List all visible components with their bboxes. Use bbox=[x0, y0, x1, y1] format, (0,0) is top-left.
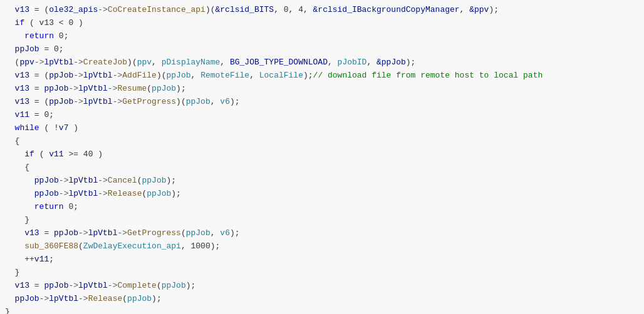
code-token: ppJob bbox=[49, 96, 73, 109]
code-token: -> bbox=[78, 227, 88, 240]
code-line: ppJob->lpVtbl->Release(ppJob); bbox=[0, 188, 644, 201]
code-token: -> bbox=[68, 83, 78, 96]
code-token: ppv bbox=[137, 56, 152, 69]
code-token: = bbox=[29, 280, 44, 293]
code-token: , bbox=[328, 56, 338, 69]
code-indent bbox=[5, 109, 15, 122]
code-token: } bbox=[24, 214, 29, 227]
code-token: Release bbox=[108, 188, 142, 201]
code-token: ppJob bbox=[127, 293, 152, 306]
code-line: } bbox=[0, 214, 644, 227]
code-token: ppJob bbox=[54, 227, 78, 240]
code-token: -> bbox=[59, 175, 69, 188]
code-token: ); bbox=[303, 69, 313, 83]
code-token: ppJob bbox=[44, 83, 68, 96]
code-token: , 1000); bbox=[181, 240, 220, 253]
code-token: ( bbox=[15, 56, 20, 69]
code-token: ppJob bbox=[186, 227, 210, 240]
code-token: &rclsid_BITS bbox=[216, 4, 274, 17]
code-token: , bbox=[191, 69, 201, 83]
code-indent bbox=[5, 122, 15, 135]
code-indent bbox=[5, 69, 15, 83]
code-token: ppJob bbox=[44, 280, 68, 293]
code-token: pJobID bbox=[338, 56, 367, 69]
code-token: )( bbox=[127, 56, 137, 69]
code-line: v13 = ppJob->lpVtbl->GetProgress(ppJob, … bbox=[0, 227, 644, 240]
code-viewer: v13 = (ole32_apis->CoCreateInstance_api)… bbox=[0, 0, 644, 314]
code-token: ( bbox=[78, 240, 83, 253]
code-indent bbox=[5, 280, 15, 293]
code-token: if bbox=[24, 148, 34, 161]
code-token: ( v13 < 0 ) bbox=[24, 17, 83, 30]
code-token: ; bbox=[49, 253, 54, 266]
code-token: GetProgress bbox=[122, 96, 176, 109]
code-token: &ppv bbox=[469, 4, 489, 17]
code-token: v13 bbox=[15, 83, 29, 96]
code-token: ); bbox=[186, 280, 196, 293]
code-token: return bbox=[34, 201, 64, 214]
code-token: ppJob bbox=[152, 83, 176, 96]
code-token: ); bbox=[406, 56, 416, 69]
code-token: LocalFile bbox=[259, 69, 303, 83]
code-token: ++ bbox=[24, 253, 34, 266]
code-token: lpVtbl bbox=[83, 69, 113, 83]
code-token: ppJob bbox=[49, 69, 73, 83]
code-token: ppv bbox=[19, 56, 34, 69]
code-token: = ( bbox=[29, 69, 49, 83]
code-token: lpVtbl bbox=[88, 227, 118, 240]
code-token: 0; bbox=[54, 30, 68, 43]
code-indent bbox=[5, 293, 15, 306]
code-line: v13 = ppJob->lpVtbl->Resume(ppJob); bbox=[0, 83, 644, 96]
code-token: , bbox=[152, 56, 162, 69]
code-token: lpVtbl bbox=[44, 56, 73, 69]
code-token: -> bbox=[113, 69, 123, 83]
code-indent bbox=[5, 30, 24, 43]
code-line: { bbox=[0, 161, 644, 175]
code-token: = 0; bbox=[29, 109, 54, 122]
code-line: ppJob->lpVtbl->Release(ppJob); bbox=[0, 293, 644, 306]
code-line: v13 = ppJob->lpVtbl->Complete(ppJob); bbox=[0, 280, 644, 293]
code-token: lpVtbl bbox=[49, 293, 78, 306]
code-line: return 0; bbox=[0, 30, 644, 43]
code-token: ppJob bbox=[34, 188, 59, 201]
code-token: RemoteFile bbox=[200, 69, 249, 83]
code-token: -> bbox=[117, 227, 127, 240]
code-token: Cancel bbox=[108, 175, 137, 188]
code-line: v13 = (ppJob->lpVtbl->GetProgress)(ppJob… bbox=[0, 96, 644, 109]
code-token: v6 bbox=[220, 227, 230, 240]
code-token: lpVtbl bbox=[78, 280, 108, 293]
code-token: = ( bbox=[29, 4, 49, 17]
code-line: v11 = 0; bbox=[0, 109, 644, 122]
code-indent bbox=[5, 96, 15, 109]
code-token: return bbox=[24, 30, 54, 43]
code-token: Resume bbox=[117, 83, 147, 96]
code-token: , bbox=[460, 4, 470, 17]
code-token: ppJob bbox=[15, 293, 39, 306]
code-indent bbox=[5, 83, 15, 96]
code-token: >= 40 ) bbox=[64, 148, 103, 161]
code-line: ppJob->lpVtbl->Cancel(ppJob); bbox=[0, 175, 644, 188]
code-token: ole32_apis bbox=[49, 4, 98, 17]
code-token: -> bbox=[108, 83, 118, 96]
code-token: v13 bbox=[15, 280, 29, 293]
code-token: ppJob bbox=[167, 69, 191, 83]
code-indent bbox=[5, 4, 15, 17]
code-token: &rclsid_IBackgroundCopyManager bbox=[313, 4, 460, 17]
code-token: ppJob bbox=[162, 280, 186, 293]
code-token: if bbox=[15, 17, 25, 30]
code-indent bbox=[5, 201, 34, 214]
code-token: lpVtbl bbox=[68, 188, 98, 201]
code-indent bbox=[5, 266, 15, 280]
code-line: v13 = (ppJob->lpVtbl->AddFile)(ppJob, Re… bbox=[0, 69, 644, 83]
code-token: ZwDelayExecution_api bbox=[83, 240, 181, 253]
code-token: Release bbox=[88, 293, 123, 306]
code-token: ppJob bbox=[186, 96, 210, 109]
code-token: ppJob bbox=[15, 43, 39, 56]
code-token: ); bbox=[176, 83, 186, 96]
code-token: ); bbox=[230, 96, 240, 109]
code-token: ( bbox=[181, 227, 186, 240]
code-token: pDisplayName bbox=[162, 56, 221, 69]
code-token: v13 bbox=[15, 96, 29, 109]
code-token: = ( bbox=[29, 96, 49, 109]
code-token: -> bbox=[73, 69, 83, 83]
